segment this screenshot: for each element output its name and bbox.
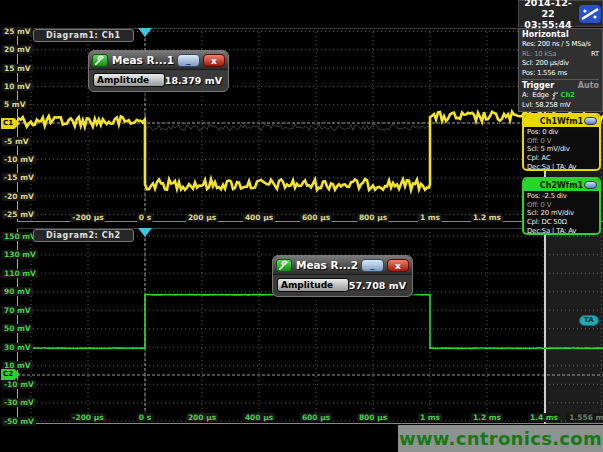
watermark: www.cntronics.com: [398, 425, 603, 452]
ch1-waveform-panel[interactable]: Ch1Wfm1 Pos: 0 div Off: 0 V Scl: 5 mV/di…: [522, 113, 601, 171]
ch1-position: Pos: 0 div: [527, 128, 596, 137]
date-text: 2014-12-22: [519, 0, 577, 19]
oscilloscope-screen: 2014-12-22 03:55:44 Diagram1: Ch1 C1 25 …: [0, 0, 603, 452]
trigger-level: Lvl: 58.258 mV: [522, 101, 599, 111]
y-axis-label: 30 mV: [2, 343, 33, 352]
edge-slope-icon: [551, 92, 559, 100]
y-axis-label: 10 mV: [2, 361, 33, 370]
trigger-title: Trigger Auto: [522, 79, 599, 91]
x-axis-label: 400 µs: [243, 213, 275, 222]
x-axis-label: 1 ms: [418, 413, 442, 422]
Ch1Wfm1-remnant-trace[interactable]: [145, 124, 430, 131]
x-axis-label: 600 µs: [300, 413, 332, 422]
x-axis-label: -200 µs: [70, 213, 105, 222]
ch1-panel-body: Pos: 0 div Off: 0 V Scl: 5 mV/div Cpl: A…: [524, 127, 599, 171]
y-axis-label: 70 mV: [2, 306, 33, 315]
meas-dialog-2-titlebar[interactable]: Meas R...2 _ x: [273, 256, 412, 275]
horizontal-title: Horizontal: [522, 30, 599, 40]
meas-dialog-1: Meas R...1 _ x Amplitude 18.379 mV: [88, 50, 229, 92]
x-axis-label: 800 µs: [357, 213, 389, 222]
minimize-button[interactable]: _: [177, 54, 199, 67]
meas-dialog-1-titlebar[interactable]: Meas R...1 _ x: [89, 51, 228, 70]
datetime-box: 2014-12-22 03:55:44: [518, 0, 603, 27]
ch2-coupling: Cpl: DC 50Ω: [527, 218, 596, 227]
meas-dialog-2-title: Meas R...2: [295, 259, 358, 271]
close-icon[interactable]: x: [387, 259, 409, 272]
y-axis-label: 5 mV: [2, 100, 27, 109]
meas-dialog-1-title: Meas R...1: [111, 54, 174, 66]
x-axis-label: 800 µs: [357, 413, 389, 422]
horizontal-position: Pos: 1.556 ms: [522, 69, 599, 79]
diagram1-tab[interactable]: Diagram1: Ch1: [33, 29, 134, 42]
trigger-source-row: A: Edge Ch2: [522, 91, 599, 101]
wrench-icon[interactable]: [276, 259, 292, 272]
y-axis-label: 10 mV: [2, 82, 33, 91]
close-icon[interactable]: x: [203, 54, 225, 67]
y-axis-label: -10 mV: [2, 380, 36, 389]
meas-dialog-2: Meas R...2 _ x Amplitude 57.708 mV: [272, 255, 413, 297]
datetime: 2014-12-22 03:55:44: [519, 0, 577, 30]
trigger-level-badge[interactable]: TA: [579, 315, 599, 326]
x-axis-label: -200 µs: [70, 413, 105, 422]
y-axis-label: -15 mV: [2, 173, 36, 182]
diagram2-tab[interactable]: Diagram2: Ch2: [33, 229, 134, 242]
trigger-source: Ch2: [561, 91, 575, 101]
minimize-button[interactable]: _: [361, 259, 383, 272]
horizontal-resolution: Res: 200 ns / 5 MSa/s: [522, 40, 599, 50]
y-axis-label: 130 mV: [2, 250, 38, 259]
y-axis-label: -10 mV: [2, 155, 36, 164]
visibility-icon[interactable]: [584, 117, 597, 125]
ch1-panel-header[interactable]: Ch1Wfm1: [524, 115, 599, 127]
trigger-position-marker-1[interactable]: [138, 28, 152, 37]
meas-param-select[interactable]: Amplitude: [93, 73, 165, 87]
horizontal-trigger-panel[interactable]: Horizontal Res: 200 ns / 5 MSa/s RL: 10 …: [518, 28, 603, 112]
trigger-mode: Auto: [578, 81, 599, 91]
ch2-panel-header[interactable]: Ch2Wfm1: [524, 179, 599, 191]
y-axis-label: -20 mV: [2, 192, 36, 201]
x-axis-label: 1.4 ms: [528, 413, 560, 422]
meas-value: 18.379 mV: [165, 75, 224, 86]
y-axis-label: -5 mV: [2, 137, 31, 146]
realtime-flag: RT: [591, 50, 599, 60]
ch1-coupling: Cpl: AC: [527, 154, 596, 163]
ch1-scale: Scl: 5 mV/div: [527, 145, 596, 154]
x-axis-label: 400 µs: [243, 413, 275, 422]
x-axis-label: 200 µs: [186, 213, 218, 222]
post-acquisition-strip: [545, 228, 603, 424]
y-axis-label: -50 mV: [2, 417, 36, 426]
y-axis-label: 25 mV: [2, 27, 33, 36]
ch2-position: Pos: -2.5 div: [527, 192, 596, 201]
visibility-icon[interactable]: [584, 181, 597, 189]
x-axis-label: 1.2 ms: [471, 413, 503, 422]
meas-param-select[interactable]: Amplitude: [277, 278, 349, 292]
ch1-offset: Off: 0 V: [527, 137, 596, 146]
y-axis-label: 50 mV: [2, 324, 33, 333]
y-axis-label: 15 mV: [2, 64, 33, 73]
ch2-waveform-panel[interactable]: Ch2Wfm1 Pos: -2.5 div Off: 0 V Scl: 20 m…: [522, 177, 601, 235]
x-axis-label: 200 µs: [186, 413, 218, 422]
y-axis-label: -30 mV: [2, 398, 36, 407]
ch2-panel-body: Pos: -2.5 div Off: 0 V Scl: 20 mV/div Cp…: [524, 191, 599, 235]
x-axis-label: 1.2 ms: [471, 213, 503, 222]
ch2-offset: Off: 0 V: [527, 201, 596, 210]
trigger-position-marker-2[interactable]: [138, 228, 152, 237]
y-axis-label: 90 mV: [2, 287, 33, 296]
y-axis-label: 20 mV: [2, 45, 33, 54]
horizontal-scale: Scl: 200 µs/div: [522, 59, 599, 69]
wrench-icon[interactable]: [92, 54, 108, 67]
y-axis-label: -25 mV: [2, 210, 36, 219]
meas-dialog-2-body: Amplitude 57.708 mV: [273, 275, 412, 296]
Ch2Wfm1-trace[interactable]: [17, 295, 603, 349]
ch1-decimation: Dec:Sa | TA: Av: [527, 163, 596, 171]
x-axis-label: 0 s: [137, 413, 153, 422]
x-axis-label: 1.556 ms: [567, 413, 603, 422]
horizontal-record-length: RL: 10 kSa RT: [522, 50, 599, 60]
x-axis-label: 1 ms: [418, 213, 442, 222]
rs-logo: [578, 3, 602, 25]
ch2-scale: Scl: 20 mV/div: [527, 209, 596, 218]
x-axis-label: 600 µs: [300, 213, 332, 222]
Ch1Wfm1-trace[interactable]: [17, 112, 603, 190]
ch2-decimation: Dec:Sa | TA: Av: [527, 227, 596, 235]
meas-value: 57.708 mV: [349, 280, 408, 291]
meas-dialog-1-body: Amplitude 18.379 mV: [89, 70, 228, 91]
